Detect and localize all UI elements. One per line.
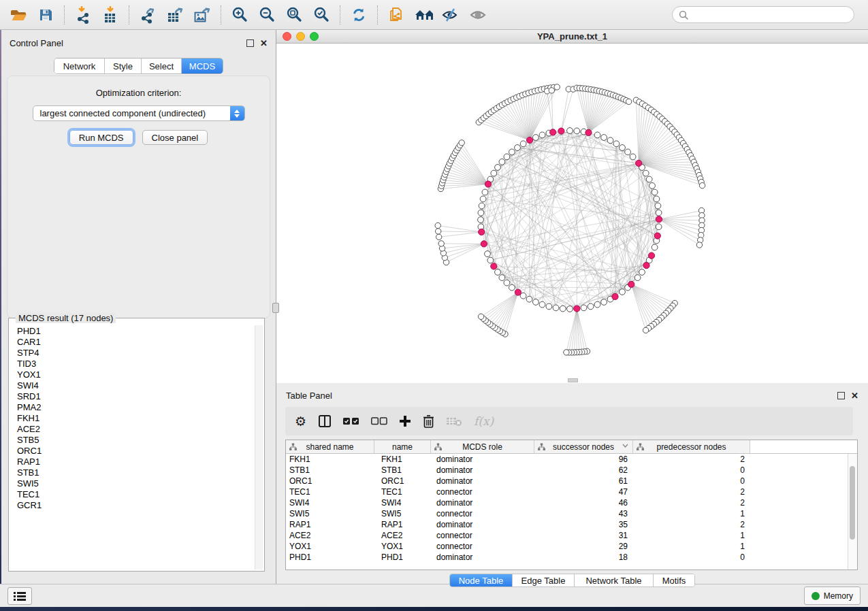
table-row[interactable]: SWI5SWI5connector431 [286, 508, 848, 519]
close-panel-button[interactable]: ✕ [260, 40, 268, 46]
horizontal-splitter-handle[interactable] [568, 378, 578, 382]
table-row[interactable]: YOX1YOX1connector291 [286, 541, 848, 552]
result-item[interactable]: STB5 [17, 435, 264, 446]
ring-node[interactable] [567, 128, 573, 134]
search-input[interactable] [692, 10, 848, 20]
memory-button[interactable]: Memory [804, 587, 861, 605]
ring-node[interactable] [656, 210, 662, 216]
table-row[interactable]: FKH1FKH1dominator962 [286, 454, 848, 465]
zoom-out-button[interactable] [257, 5, 276, 24]
ring-node[interactable] [539, 132, 545, 138]
import-network-button[interactable] [74, 5, 93, 24]
ring-node[interactable] [620, 289, 626, 295]
ring-node[interactable] [574, 128, 580, 134]
result-item[interactable]: SRD1 [17, 391, 264, 402]
ring-node[interactable] [588, 303, 594, 310]
mcds-hub-node[interactable] [654, 233, 660, 239]
tab-select[interactable]: Select [142, 59, 182, 73]
ring-node[interactable] [509, 149, 515, 155]
leaf-node[interactable] [438, 241, 444, 246]
leaf-node[interactable] [564, 350, 569, 355]
ring-node[interactable] [533, 135, 539, 141]
ring-node[interactable] [495, 165, 501, 171]
mcds-hub-node[interactable] [628, 281, 634, 287]
delete-table-button[interactable] [446, 412, 462, 430]
export-table-button[interactable] [165, 5, 184, 24]
ring-node[interactable] [656, 224, 662, 230]
mcds-hub-node[interactable] [515, 289, 521, 295]
ring-node[interactable] [652, 244, 658, 250]
ring-node[interactable] [639, 269, 645, 276]
table-row[interactable]: ACE2ACE2connector311 [286, 530, 848, 541]
ring-node[interactable] [613, 141, 620, 147]
task-history-button[interactable] [7, 587, 32, 605]
ring-node[interactable] [607, 137, 613, 144]
ring-node[interactable] [539, 301, 545, 308]
mcds-hub-node[interactable] [481, 241, 487, 247]
tab-style[interactable]: Style [105, 59, 142, 73]
ring-node[interactable] [601, 135, 607, 141]
network-view[interactable] [276, 44, 868, 383]
ring-node[interactable] [594, 132, 600, 138]
mcds-hub-node[interactable] [612, 293, 618, 299]
float-panel-button[interactable] [246, 39, 254, 47]
zoom-fit-button[interactable] [285, 5, 304, 24]
leaf-node[interactable] [554, 84, 560, 90]
table-scrollbar[interactable] [848, 454, 857, 569]
ring-node[interactable] [546, 303, 552, 310]
export-network-button[interactable] [138, 5, 157, 24]
leaf-node[interactable] [696, 242, 702, 248]
show-columns-button[interactable] [318, 412, 332, 430]
table-row[interactable]: RAP1RAP1dominator352 [286, 519, 848, 530]
ring-node[interactable] [487, 257, 494, 263]
ring-node[interactable] [520, 141, 526, 147]
ring-node[interactable] [643, 170, 649, 176]
show-graphics-details-button[interactable] [468, 5, 487, 24]
ring-node[interactable] [478, 217, 484, 223]
table-row[interactable]: ORC1ORC1dominator610 [286, 476, 848, 486]
select-all-button[interactable] [343, 412, 359, 430]
leaf-node[interactable] [459, 140, 464, 146]
result-item[interactable]: YOX1 [17, 369, 264, 380]
ring-node[interactable] [509, 284, 515, 291]
close-window-button[interactable] [283, 32, 291, 41]
mcds-hub-node[interactable] [643, 263, 649, 269]
ring-node[interactable] [504, 280, 510, 286]
network-canvas[interactable] [276, 44, 868, 383]
leaf-node[interactable] [626, 99, 631, 104]
result-item[interactable]: ACE2 [17, 424, 264, 435]
ring-node[interactable] [652, 189, 658, 195]
close-table-panel-button[interactable]: ✕ [851, 393, 858, 399]
ring-node[interactable] [482, 189, 488, 195]
result-item[interactable]: SWI5 [17, 478, 264, 489]
leaf-node[interactable] [699, 183, 705, 188]
mcds-hub-node[interactable] [636, 160, 642, 166]
ring-node[interactable] [649, 183, 656, 189]
mcds-hub-node[interactable] [648, 252, 654, 259]
run-mcds-button[interactable]: Run MCDS [69, 130, 133, 145]
leaf-node[interactable] [436, 229, 441, 234]
tab-network-table[interactable]: Network Table [575, 574, 654, 587]
ring-node[interactable] [567, 306, 573, 312]
result-item[interactable]: TID3 [17, 359, 264, 369]
result-item[interactable]: ORC1 [17, 446, 264, 457]
minimize-window-button[interactable] [296, 32, 305, 41]
criterion-dropdown[interactable]: largest connected component (undirected) [33, 105, 245, 121]
ring-node[interactable] [499, 275, 505, 281]
ring-node[interactable] [560, 306, 566, 312]
ring-node[interactable] [526, 296, 532, 302]
create-column-button[interactable] [399, 412, 411, 430]
mcds-hub-node[interactable] [550, 129, 556, 135]
tab-network[interactable]: Network [54, 59, 105, 73]
ring-node[interactable] [646, 176, 652, 182]
ring-node[interactable] [620, 145, 626, 151]
mcds-hub-node[interactable] [574, 306, 580, 312]
ring-node[interactable] [479, 203, 485, 209]
mcds-hub-node[interactable] [558, 128, 564, 134]
result-item[interactable]: STB1 [17, 467, 264, 478]
open-file-button[interactable] [9, 5, 28, 24]
leaf-node[interactable] [549, 88, 554, 93]
result-item[interactable]: PHD1 [17, 326, 264, 337]
tab-edge-table[interactable]: Edge Table [513, 574, 575, 587]
ring-node[interactable] [504, 154, 510, 160]
